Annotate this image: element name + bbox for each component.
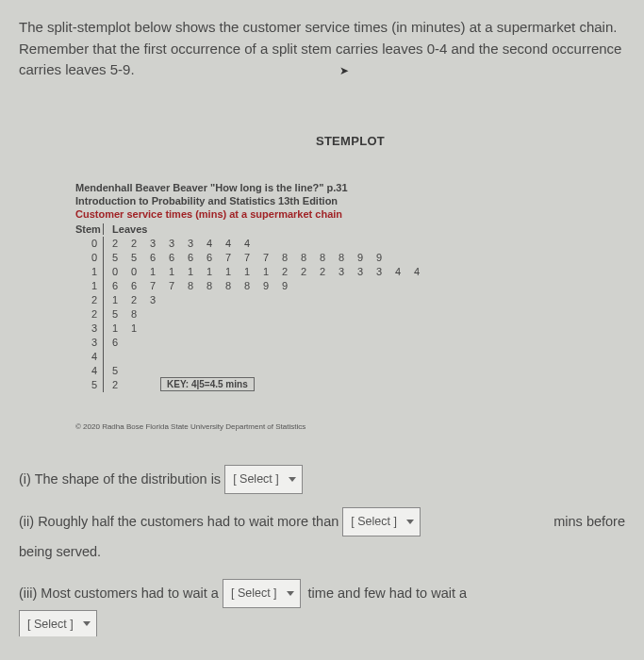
leaf: 8 xyxy=(130,308,138,320)
leaves-cell: 11 xyxy=(104,322,138,334)
leaf: 2 xyxy=(111,379,119,390)
leaf: 2 xyxy=(319,266,326,277)
leaf: 7 xyxy=(224,252,232,263)
stemplot-row: 311 xyxy=(75,322,625,336)
leaf: 3 xyxy=(149,294,157,305)
stemplot-row: 4 xyxy=(75,350,625,364)
stemplot-row: 36 xyxy=(75,336,625,350)
leaves-cell: 5 xyxy=(104,365,119,376)
leaf: 6 xyxy=(149,252,157,263)
leaf: 8 xyxy=(300,252,307,263)
leaf: 0 xyxy=(130,266,138,277)
q1-text: (i) The shape of the distribution is xyxy=(19,466,221,493)
stem-cell: 1 xyxy=(75,265,104,279)
leaves-cell: 6677888899 xyxy=(104,280,289,291)
q2-suffix: mins before xyxy=(553,508,625,536)
leaf: 5 xyxy=(111,252,119,263)
stemplot-table: 0223334440556666777888899100111111122233… xyxy=(75,237,625,392)
leaf: 8 xyxy=(338,252,345,263)
copyright-line: © 2020 Radha Bose Florida State Universi… xyxy=(75,422,625,431)
q3-text: (iii) Most customers had to wait a xyxy=(19,580,219,607)
leaf: 1 xyxy=(262,266,270,277)
leaf: 2 xyxy=(130,238,138,249)
leaf: 1 xyxy=(111,294,119,305)
leaf: 9 xyxy=(375,252,383,263)
leaf: 9 xyxy=(356,252,364,263)
leaf: 4 xyxy=(206,238,213,249)
stemplot-header: Stem Leaves xyxy=(75,223,625,235)
leaf: 8 xyxy=(243,280,251,291)
q2-text: (ii) Roughly half the customers had to w… xyxy=(19,508,339,536)
leaf: 4 xyxy=(394,266,402,277)
leaf: 8 xyxy=(206,280,213,291)
leaf: 4 xyxy=(224,238,232,249)
leaf: 1 xyxy=(187,266,194,277)
intro-text: The split-stemplot below shows the custo… xyxy=(19,17,625,81)
stemplot-row: 52 xyxy=(75,378,625,392)
cursor-icon: ➤ xyxy=(339,64,349,77)
leaves-cell: 58 xyxy=(104,308,138,320)
leaf: 1 xyxy=(149,266,157,277)
leaf: 3 xyxy=(187,238,194,249)
question-4-partial: [ Select ] xyxy=(19,610,625,636)
source-line-1: Mendenhall Beaver Beaver "How long is th… xyxy=(75,182,625,193)
leaf: 6 xyxy=(111,280,119,291)
leaf: 4 xyxy=(243,238,251,249)
leaves-cell: 556666777888899 xyxy=(104,252,383,263)
leaf: 4 xyxy=(413,266,421,277)
leaf: 0 xyxy=(111,266,119,277)
stemplot-row: 16677888899 xyxy=(75,279,625,293)
question-1: (i) The shape of the distribution is [ S… xyxy=(19,465,625,494)
leaf: 7 xyxy=(168,280,175,291)
leaves-cell: 2 xyxy=(104,379,119,390)
leaf: 1 xyxy=(111,322,119,334)
leaf: 3 xyxy=(375,266,383,277)
stem-cell: 4 xyxy=(75,350,104,364)
stem-cell: 2 xyxy=(75,293,104,307)
q4-select[interactable]: [ Select ] xyxy=(19,610,97,636)
leaf: 9 xyxy=(281,280,289,291)
leaf: 3 xyxy=(149,238,157,249)
stemplot-row: 45 xyxy=(75,364,625,378)
stemplot-key: KEY: 4|5=4.5 mins xyxy=(160,377,255,391)
stem-cell: 0 xyxy=(75,251,104,265)
leaf: 1 xyxy=(243,266,251,277)
leaf: 6 xyxy=(168,252,175,263)
stemplot-row: 2123 xyxy=(75,293,625,307)
q3-select[interactable]: [ Select ] xyxy=(223,579,301,608)
leaf: 8 xyxy=(319,252,326,263)
stem-cell: 4 xyxy=(75,364,104,378)
stemplot-row: 100111111122233344 xyxy=(75,265,625,279)
leaf: 8 xyxy=(187,280,194,291)
leaves-cell: 6 xyxy=(104,337,119,348)
leaf: 6 xyxy=(206,252,213,263)
question-2: (ii) Roughly half the customers had to w… xyxy=(19,507,625,536)
leaf: 7 xyxy=(243,252,251,263)
leaf: 3 xyxy=(168,238,175,249)
q2-line2: being served. xyxy=(19,538,625,566)
stem-cell: 5 xyxy=(75,378,104,392)
leaf: 6 xyxy=(130,280,138,291)
leaf: 5 xyxy=(111,308,119,320)
leaf: 7 xyxy=(149,280,157,291)
leaf: 2 xyxy=(281,266,289,277)
leaf: 8 xyxy=(224,280,232,291)
stemplot-heading: STEMPLOT xyxy=(19,134,625,148)
leaf: 1 xyxy=(130,322,138,334)
leaf: 2 xyxy=(300,266,307,277)
stemplot-row: 022333444 xyxy=(75,237,625,251)
leaf: 3 xyxy=(356,266,364,277)
stem-cell: 3 xyxy=(75,322,104,336)
leaf: 8 xyxy=(281,252,289,263)
q2-select[interactable]: [ Select ] xyxy=(342,507,421,536)
leaf: 5 xyxy=(111,365,119,376)
leaf: 6 xyxy=(187,252,194,263)
stem-cell: 2 xyxy=(75,307,104,322)
question-3: (iii) Most customers had to wait a [ Sel… xyxy=(19,579,625,608)
q1-select[interactable]: [ Select ] xyxy=(224,465,303,494)
stemplot-row: 258 xyxy=(75,307,625,322)
leaf: 3 xyxy=(338,266,345,277)
source-line-3: Customer service times (mins) at a super… xyxy=(75,208,625,220)
stemplot-row: 0556666777888899 xyxy=(75,251,625,265)
header-leaves: Leaves xyxy=(107,223,147,235)
